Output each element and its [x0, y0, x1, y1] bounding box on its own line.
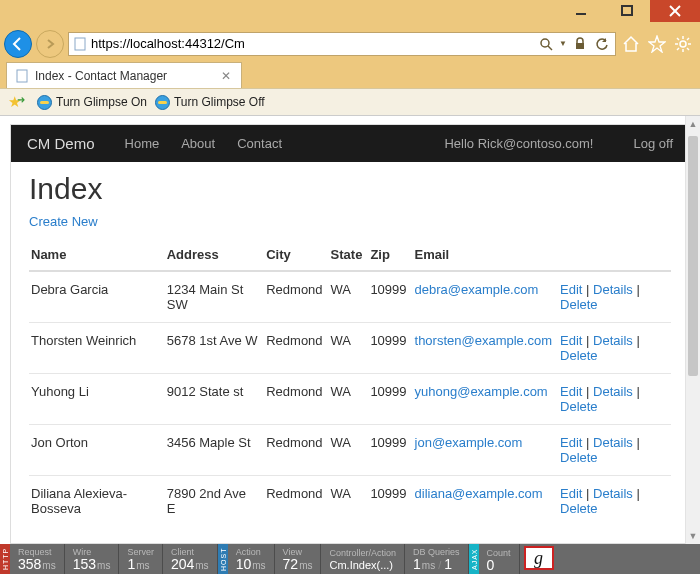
- lock-icon[interactable]: [571, 35, 589, 53]
- url-field-wrap: ▼: [68, 32, 616, 56]
- favorites-bar: ★➜ Turn Glimpse On Turn Glimpse Off: [0, 88, 700, 116]
- add-favorite-icon[interactable]: ★➜: [8, 93, 29, 111]
- email-link[interactable]: diliana@example.com: [415, 486, 543, 501]
- close-button[interactable]: [650, 0, 700, 22]
- g-controller: Controller/ActionCm.Index(...): [321, 544, 405, 574]
- details-link[interactable]: Details: [593, 282, 633, 297]
- back-button[interactable]: [4, 30, 32, 58]
- cell-name: Thorsten Weinrich: [29, 323, 165, 374]
- search-icon[interactable]: [537, 35, 555, 53]
- window-titlebar: [0, 0, 700, 30]
- col-header: Address: [165, 239, 264, 271]
- table-row: Jon Orton3456 Maple StRedmondWA10999jon@…: [29, 425, 671, 476]
- col-header: Zip: [368, 239, 412, 271]
- col-header: Name: [29, 239, 165, 271]
- nav-about[interactable]: About: [181, 136, 215, 151]
- cell-zip: 10999: [368, 271, 412, 323]
- g-server: Server1ms: [119, 544, 163, 574]
- ie-icon: [37, 95, 52, 110]
- email-link[interactable]: yuhong@example.com: [415, 384, 548, 399]
- nav-logoff[interactable]: Log off: [633, 136, 673, 151]
- minimize-button[interactable]: [558, 0, 604, 22]
- edit-link[interactable]: Edit: [560, 435, 582, 450]
- delete-link[interactable]: Delete: [560, 297, 598, 312]
- g-client: Client204ms: [163, 544, 218, 574]
- address-bar: ▼: [0, 30, 700, 60]
- edit-link[interactable]: Edit: [560, 333, 582, 348]
- scroll-thumb[interactable]: [688, 136, 698, 376]
- edit-link[interactable]: Edit: [560, 486, 582, 501]
- table-row: Yuhong Li9012 State stRedmondWA10999yuho…: [29, 374, 671, 425]
- table-row: Debra Garcia1234 Main St SWRedmondWA1099…: [29, 271, 671, 323]
- cell-city: Redmond: [264, 476, 328, 527]
- cell-name: Jon Orton: [29, 425, 165, 476]
- g-view: View72ms: [275, 544, 322, 574]
- email-link[interactable]: jon@example.com: [415, 435, 523, 450]
- cell-name: Yuhong Li: [29, 374, 165, 425]
- details-link[interactable]: Details: [593, 486, 633, 501]
- page-title: Index: [29, 172, 671, 206]
- fav-glimpse-on[interactable]: Turn Glimpse On: [37, 95, 147, 110]
- forward-button[interactable]: [36, 30, 64, 58]
- cell-city: Redmond: [264, 271, 328, 323]
- svg-rect-7: [576, 43, 584, 49]
- vertical-scrollbar[interactable]: ▲ ▼: [685, 116, 700, 544]
- nav-greeting[interactable]: Hello Rick@contoso.com!: [444, 136, 593, 151]
- cell-city: Redmond: [264, 323, 328, 374]
- settings-icon[interactable]: [672, 33, 694, 55]
- dropdown-icon[interactable]: ▼: [559, 39, 567, 48]
- favorites-icon[interactable]: [646, 33, 668, 55]
- cell-state: WA: [329, 323, 369, 374]
- nav-home[interactable]: Home: [125, 136, 160, 151]
- delete-link[interactable]: Delete: [560, 501, 598, 516]
- cell-city: Redmond: [264, 425, 328, 476]
- refresh-icon[interactable]: [593, 35, 611, 53]
- cell-city: Redmond: [264, 374, 328, 425]
- delete-link[interactable]: Delete: [560, 348, 598, 363]
- svg-line-6: [548, 46, 552, 50]
- tab-page-icon: [15, 69, 29, 83]
- scroll-down-icon[interactable]: ▼: [686, 528, 700, 544]
- cell-name: Diliana Alexieva-Bosseva: [29, 476, 165, 527]
- create-new-link[interactable]: Create New: [29, 214, 98, 229]
- scroll-up-icon[interactable]: ▲: [686, 116, 700, 132]
- home-icon[interactable]: [620, 33, 642, 55]
- cell-state: WA: [329, 476, 369, 527]
- ajax-strip: AJAX: [469, 544, 479, 574]
- email-link[interactable]: debra@example.com: [415, 282, 539, 297]
- table-row: Diliana Alexieva-Bosseva7890 2nd Ave ERe…: [29, 476, 671, 527]
- col-header: City: [264, 239, 328, 271]
- delete-link[interactable]: Delete: [560, 399, 598, 414]
- glimpse-bar[interactable]: HTTP Request358ms Wire153ms Server1ms Cl…: [0, 544, 700, 574]
- edit-link[interactable]: Edit: [560, 282, 582, 297]
- fav-glimpse-off[interactable]: Turn Glimpse Off: [155, 95, 265, 110]
- maximize-button[interactable]: [604, 0, 650, 22]
- details-link[interactable]: Details: [593, 333, 633, 348]
- email-link[interactable]: thorsten@example.com: [415, 333, 552, 348]
- nav-contact[interactable]: Contact: [237, 136, 282, 151]
- svg-point-5: [541, 39, 549, 47]
- svg-point-8: [680, 41, 686, 47]
- tab-strip: Index - Contact Manager ✕: [0, 60, 700, 88]
- svg-line-16: [677, 48, 679, 50]
- tab-title: Index - Contact Manager: [35, 69, 167, 83]
- url-input[interactable]: [91, 36, 533, 51]
- page-content: CM Demo Home About Contact Hello Rick@co…: [10, 124, 690, 544]
- delete-link[interactable]: Delete: [560, 450, 598, 465]
- g-db: DB Queries1ms / 1: [405, 544, 469, 574]
- cell-zip: 10999: [368, 476, 412, 527]
- svg-line-15: [687, 38, 689, 40]
- svg-rect-0: [576, 13, 586, 15]
- browser-tab[interactable]: Index - Contact Manager ✕: [6, 62, 242, 88]
- tab-close-icon[interactable]: ✕: [219, 69, 233, 83]
- details-link[interactable]: Details: [593, 384, 633, 399]
- edit-link[interactable]: Edit: [560, 384, 582, 399]
- glimpse-logo[interactable]: g: [524, 546, 554, 570]
- g-wire: Wire153ms: [65, 544, 120, 574]
- page-icon: [73, 37, 87, 51]
- details-link[interactable]: Details: [593, 435, 633, 450]
- app-navbar: CM Demo Home About Contact Hello Rick@co…: [11, 125, 689, 162]
- fav-label: Turn Glimpse Off: [174, 95, 265, 109]
- brand[interactable]: CM Demo: [27, 135, 95, 152]
- page-viewport: CM Demo Home About Contact Hello Rick@co…: [0, 116, 700, 544]
